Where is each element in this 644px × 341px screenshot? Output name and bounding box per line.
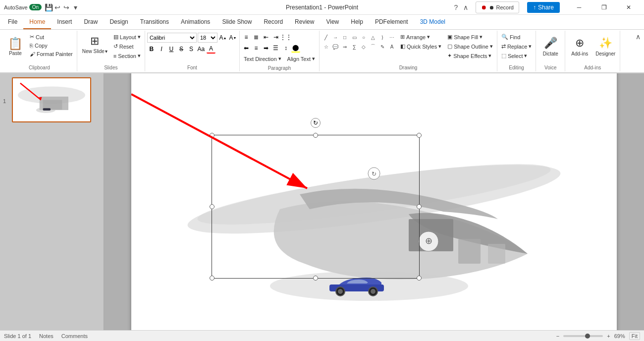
shape-line[interactable]: ╱ [322, 33, 330, 42]
replace-button[interactable]: ⇄ Replace▾ [499, 42, 534, 51]
tab-transitions[interactable]: Transitions [134, 15, 175, 29]
copy-button[interactable]: ⎘ Copy [28, 42, 75, 50]
tab-view[interactable]: View [320, 15, 345, 29]
font-size-select[interactable]: 18 [198, 33, 217, 43]
align-right-button[interactable]: ➡ [262, 44, 270, 53]
shape-fill-button[interactable]: ▣ Shape Fill▾ [445, 33, 495, 41]
cut-button[interactable]: ✂ Cut [28, 33, 75, 41]
underline-button[interactable]: U [167, 45, 176, 54]
new-slide-dropdown-icon[interactable]: ▾ [105, 49, 107, 54]
increase-font-button[interactable]: A▲ [218, 33, 227, 42]
line-spacing-button[interactable]: ↕ [281, 44, 290, 53]
strikethrough-button[interactable]: S [177, 45, 186, 54]
dictate-button[interactable]: 🎤 Dictate [538, 33, 563, 60]
decrease-font-button[interactable]: A▼ [228, 33, 237, 42]
columns-button[interactable]: ⋮⋮ [281, 33, 290, 42]
redo-icon[interactable]: ↪ [62, 3, 70, 11]
handle-bot-left[interactable] [210, 276, 215, 281]
align-text-button[interactable]: Align Text▾ [285, 55, 318, 63]
tab-help[interactable]: Help [345, 15, 369, 29]
handle-bot-right[interactable] [417, 276, 422, 281]
increase-indent-button[interactable]: ⇥ [271, 33, 280, 42]
bold-button[interactable]: B [147, 45, 156, 54]
shape-rounded-rect[interactable]: ▭ [350, 33, 359, 42]
designer-button[interactable]: ✨ Designer [593, 33, 618, 60]
shape-more[interactable]: ⋯ [387, 33, 396, 42]
handle-mid-left[interactable] [210, 204, 215, 209]
tab-animations[interactable]: Animations [175, 15, 216, 29]
reset-button[interactable]: ↺ Reset [111, 42, 143, 51]
zoom-out-icon[interactable]: − [556, 333, 559, 339]
shape-ellipse[interactable]: ○ [359, 33, 368, 42]
new-slide-button[interactable]: ⊞ New Slide ▾ [79, 33, 110, 56]
tab-3dmodel[interactable]: 3D Model [414, 15, 451, 29]
shape-star[interactable]: ☆ [322, 42, 330, 51]
decrease-indent-button[interactable]: ⇤ [262, 33, 270, 42]
notes-button[interactable]: Notes [39, 333, 54, 339]
shape-equation[interactable]: ∑ [350, 42, 359, 51]
handle-mid-right[interactable] [417, 204, 422, 209]
handle-top-mid[interactable] [313, 133, 318, 138]
tab-slideshow[interactable]: Slide Show [216, 15, 258, 29]
justify-button[interactable]: ☰ [271, 44, 280, 53]
zoom-in-icon[interactable]: + [607, 333, 610, 339]
italic-button[interactable]: I [157, 45, 166, 54]
customize-icon[interactable]: ▾ [71, 3, 79, 11]
shape-textbox[interactable]: A [387, 42, 396, 51]
fit-button[interactable]: Fit [629, 332, 640, 340]
canvas-area[interactable]: ⊕ ↻ ↻ [104, 73, 644, 330]
fontcolor-button[interactable]: A [207, 45, 215, 54]
undo-icon[interactable]: ↩ [54, 3, 61, 11]
tab-file[interactable]: File [2, 15, 23, 29]
format-painter-button[interactable]: 🖌 Format Painter [28, 50, 75, 58]
tab-draw[interactable]: Draw [78, 15, 104, 29]
align-left-button[interactable]: ⬅ [242, 44, 251, 53]
collapse-ribbon-button[interactable]: ∧ [634, 33, 642, 41]
font-family-select[interactable]: Calibri [147, 33, 197, 43]
ribbon-collapse-icon[interactable]: ∧ [462, 3, 470, 11]
shape-effects-button[interactable]: ✦ Shape Effects▾ [445, 52, 495, 60]
highlight-button[interactable]: ⬤ [291, 44, 300, 53]
paste-button[interactable]: 📋 Paste [4, 33, 27, 60]
comments-button[interactable]: Comments [61, 333, 88, 339]
autosave-toggle[interactable]: On [29, 4, 42, 10]
shape-chevron[interactable]: ⟩ [378, 33, 387, 42]
arrange-button[interactable]: ⊞ Arrange▾ [398, 33, 443, 41]
tab-design[interactable]: Design [104, 15, 134, 29]
charspacing-button[interactable]: Aa [197, 45, 206, 54]
addins-button[interactable]: ⊕ Add-ins [567, 33, 592, 60]
find-button[interactable]: 🔍 Find [499, 33, 522, 41]
text-direction-button[interactable]: Text Direction▾ [242, 55, 283, 63]
slide-thumbnail-1[interactable] [12, 77, 91, 122]
align-center-button[interactable]: ≡ [252, 44, 261, 53]
shape-connector[interactable]: ⌒ [369, 42, 377, 51]
layout-button[interactable]: ▤ Layout ▾ [111, 33, 143, 41]
handle-top-left[interactable] [210, 133, 215, 138]
selection-box[interactable]: ↻ [212, 135, 420, 279]
help-icon[interactable]: ? [452, 3, 460, 11]
tab-record[interactable]: Record [258, 15, 289, 29]
handle-bot-mid[interactable] [313, 276, 318, 281]
restore-button[interactable]: ❐ [592, 0, 615, 15]
bullet-list-button[interactable]: ≡ [242, 33, 251, 42]
numbered-list-button[interactable]: ≣ [252, 33, 261, 42]
close-button[interactable]: ✕ [617, 0, 640, 15]
tab-pdfelement[interactable]: PDFelement [369, 15, 414, 29]
zoom-slider[interactable] [563, 335, 603, 337]
shape-arrow[interactable]: → [331, 33, 340, 42]
shape-triangle[interactable]: △ [369, 33, 377, 42]
rotation-handle[interactable]: ↻ [311, 118, 321, 128]
textshadow-button[interactable]: S [187, 45, 196, 54]
shape-outline-button[interactable]: ▢ Shape Outline▾ [445, 42, 495, 51]
handle-top-right[interactable] [417, 133, 422, 138]
tab-insert[interactable]: Insert [51, 15, 78, 29]
section-button[interactable]: ≡ Section ▾ [111, 52, 143, 60]
select-button[interactable]: ⬚ Select▾ [499, 52, 530, 60]
quick-styles-button[interactable]: ◧ Quick Styles▾ [398, 42, 443, 51]
save-icon[interactable]: 💾 [45, 3, 53, 11]
share-button[interactable]: ↑ Share [527, 2, 560, 13]
shape-block-arrow[interactable]: ⇒ [340, 42, 349, 51]
record-button[interactable]: ⏺ ⏺ Record [476, 1, 519, 13]
minimize-button[interactable]: ─ [568, 0, 590, 15]
tab-home[interactable]: Home [23, 15, 51, 29]
